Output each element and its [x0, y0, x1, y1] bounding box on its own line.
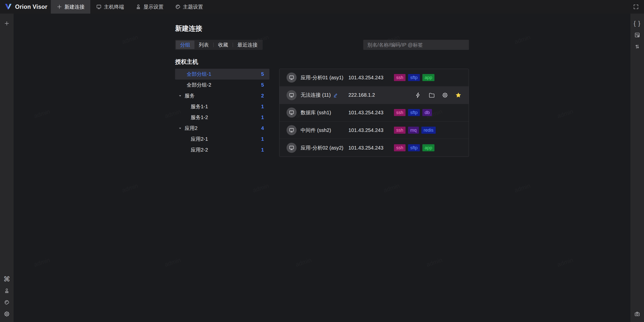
tree-item[interactable]: 全部分组-2 5 — [175, 80, 269, 90]
tree-item-label: 服务 — [185, 92, 195, 99]
sidebar-button-add[interactable] — [3, 19, 11, 28]
sidebar-button-sort-order[interactable] — [633, 42, 641, 51]
view-tab-list[interactable]: 列表 — [194, 41, 213, 49]
fullscreen-button[interactable] — [632, 3, 640, 11]
host-avatar — [287, 90, 297, 100]
view-tab-recent[interactable]: 最近连接 — [233, 41, 262, 49]
host-ip: 222.168.1.2 — [348, 92, 394, 98]
watermark-text: admin — [33, 108, 51, 120]
tag-ssh: ssh — [394, 144, 406, 151]
tree-item[interactable]: 应用2-2 1 — [175, 145, 269, 155]
tree-item-count: 1 — [261, 136, 264, 142]
host-name: 无法连接 (11) — [301, 92, 348, 98]
tree-item-count: 1 — [261, 147, 264, 153]
tree-item-count: 5 — [261, 71, 264, 77]
host-row[interactable]: 应用-分析02 (asy2) 101.43.254.243 sshsftpapp — [279, 139, 469, 157]
host-tags: sshsftpdb — [394, 109, 432, 116]
watermark-text: admin — [425, 257, 443, 268]
host-tags: sshmqredis — [394, 127, 436, 134]
host-row[interactable]: 应用-分析01 (asy1) 101.43.254.243 sshsftpapp — [279, 69, 469, 87]
tree-item[interactable]: 应用2 4 — [175, 123, 269, 134]
watermark-text: admin — [513, 182, 531, 194]
tree-item-label: 服务1-1 — [191, 103, 208, 110]
search-input[interactable] — [363, 40, 469, 50]
sidebar-button-display-settings[interactable] — [3, 287, 11, 295]
tag-ssh: ssh — [394, 127, 406, 134]
tag-redis: redis — [421, 127, 436, 134]
main-area: adminadminadminadminadminadminadminadmin… — [14, 14, 630, 322]
host-row[interactable]: 数据库 (ssh1) 101.43.254.243 sshsftpdb — [279, 104, 469, 122]
host-ip: 101.43.254.243 — [348, 127, 394, 133]
host-row[interactable]: 无法连接 (11) 222.168.1.2 — [279, 87, 469, 104]
view-mode-tabs: 分组列表收藏最近连接 — [175, 40, 263, 50]
host-list-panel: 应用-分析01 (asy1) 101.43.254.243 sshsftpapp… — [279, 69, 469, 157]
tree-heading: 授权主机 — [175, 58, 269, 65]
sidebar-button-theme-settings[interactable] — [3, 298, 11, 307]
tree-item-label: 服务1-2 — [191, 114, 208, 121]
host-tags: sshsftpapp — [394, 144, 434, 151]
divider — [233, 43, 233, 47]
tag-sftp: sftp — [408, 109, 420, 116]
host-name: 应用-分析01 (asy1) — [301, 74, 348, 81]
host-ip: 101.43.254.243 — [348, 75, 394, 81]
host-avatar — [287, 143, 297, 153]
tab-display-settings[interactable]: 显示设置 — [130, 0, 169, 14]
palette-icon — [175, 4, 181, 10]
tree-item-count: 1 — [261, 104, 264, 110]
host-ip: 101.43.254.243 — [348, 145, 394, 151]
tree-item-count: 4 — [261, 125, 264, 131]
sidebar-button-shortcut-keys[interactable]: ⌘ — [3, 275, 11, 283]
host-name: 数据库 (ssh1) — [301, 109, 348, 116]
tree-item[interactable]: 全部分组-1 5 — [175, 69, 269, 80]
host-tags: sshsftpapp — [394, 74, 434, 81]
tag-app: app — [422, 144, 434, 151]
host-row[interactable]: 中间件 (ssh2) 101.43.254.243 sshmqredis — [279, 122, 469, 139]
watermark-text: admin — [513, 34, 531, 46]
action-gear-icon[interactable] — [442, 92, 448, 98]
watermark-text: admin — [252, 182, 270, 194]
topbar: Orion Visor 新建连接 主机终端 显示设置 主题设置 — [0, 0, 644, 14]
watermark-text: admin — [121, 182, 139, 194]
tree-item-label: 全部分组-2 — [187, 82, 211, 88]
monitor-icon — [96, 4, 102, 10]
watermark-text: admin — [556, 257, 574, 268]
action-folder-icon[interactable] — [428, 92, 435, 98]
sidebar-button-json-view[interactable]: { } — [633, 19, 641, 28]
tree-item-count: 5 — [261, 82, 264, 88]
view-tab-group[interactable]: 分组 — [176, 41, 194, 49]
page-title: 新建连接 — [175, 24, 469, 33]
tree-item[interactable]: 服务 2 — [175, 90, 269, 101]
sidebar-button-doc-info[interactable] — [633, 31, 641, 39]
caret-down-icon[interactable] — [178, 125, 182, 131]
tab-new-connection[interactable]: 新建连接 — [51, 0, 90, 14]
watermark-text: admin — [164, 257, 182, 268]
tag-sftp: sftp — [408, 74, 420, 81]
watermark-text: admin — [295, 257, 312, 268]
host-avatar — [287, 73, 297, 83]
tab-host-terminal[interactable]: 主机终端 — [90, 0, 130, 14]
tree-item-label: 全部分组-1 — [187, 71, 211, 78]
caret-down-icon[interactable] — [178, 93, 182, 99]
stamp-icon — [136, 4, 141, 10]
app-logo-icon — [4, 3, 13, 11]
action-star-icon[interactable] — [455, 92, 462, 98]
sidebar-button-settings[interactable] — [3, 310, 11, 318]
tree-item[interactable]: 服务1-1 1 — [175, 101, 269, 112]
tab-theme-settings[interactable]: 主题设置 — [169, 0, 209, 14]
host-ip: 101.43.254.243 — [348, 110, 394, 116]
view-tab-fav[interactable]: 收藏 — [214, 41, 232, 49]
tree-item-label: 应用2-2 — [191, 147, 208, 153]
watermark-text: admin — [556, 108, 574, 120]
tree-item[interactable]: 服务1-2 1 — [175, 112, 269, 123]
divider — [213, 43, 214, 47]
app-name: Orion Visor — [15, 4, 47, 10]
watermark-text: admin — [383, 182, 400, 194]
sidebar-button-screenshot[interactable] — [633, 310, 641, 318]
tree-item[interactable]: 应用2-1 1 — [175, 134, 269, 145]
host-avatar — [287, 125, 297, 135]
edit-icon[interactable] — [333, 92, 338, 98]
action-lightning-icon[interactable] — [415, 92, 421, 98]
tree-item-label: 应用2 — [185, 125, 197, 132]
host-name: 应用-分析02 (asy2) — [301, 145, 348, 151]
tree-item-label: 应用2-1 — [191, 136, 208, 142]
